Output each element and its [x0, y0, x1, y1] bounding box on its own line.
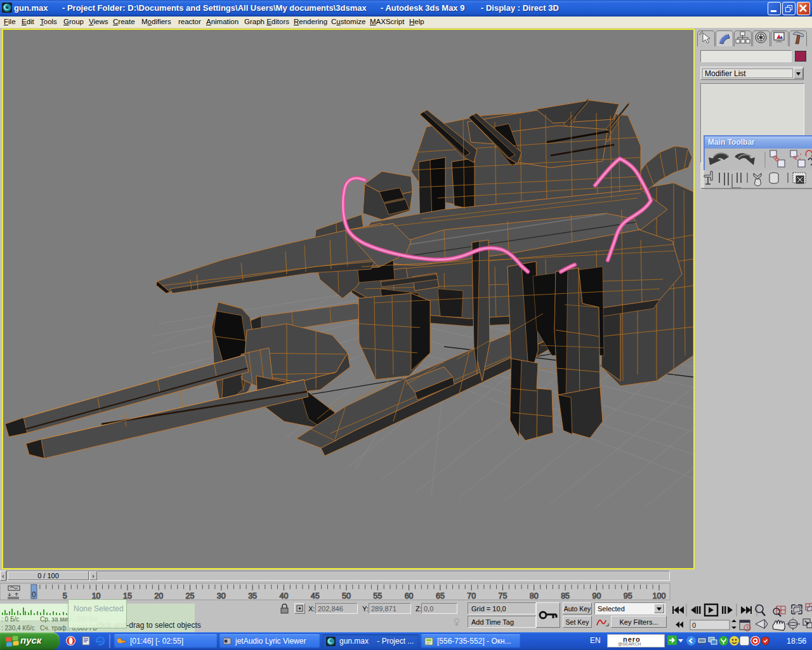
- svg-text:20: 20: [154, 592, 163, 600]
- svg-text:75: 75: [499, 592, 508, 600]
- svg-text:25: 25: [186, 592, 195, 600]
- svg-text:70: 70: [467, 592, 476, 600]
- svg-text:: 0 Б/с: : 0 Б/с: [1, 616, 19, 623]
- svg-text:35: 35: [248, 592, 257, 600]
- svg-text:30: 30: [217, 592, 226, 600]
- svg-text:60: 60: [405, 592, 414, 600]
- svg-text:85: 85: [561, 592, 570, 600]
- svg-text:100: 100: [653, 592, 666, 600]
- svg-text:80: 80: [530, 592, 539, 600]
- svg-text:50: 50: [342, 592, 351, 600]
- svg-text:0: 0: [32, 590, 36, 599]
- svg-text:65: 65: [436, 592, 445, 600]
- svg-text:40: 40: [279, 592, 288, 600]
- svg-text:55: 55: [373, 592, 382, 600]
- svg-text:45: 45: [311, 592, 320, 600]
- svg-text:0: 0: [692, 621, 696, 629]
- svg-text:: 230,4 Кб/с: : 230,4 Кб/с: [1, 625, 35, 632]
- svg-text:5: 5: [63, 592, 67, 600]
- svg-text:90: 90: [592, 592, 601, 600]
- svg-text:95: 95: [624, 592, 632, 600]
